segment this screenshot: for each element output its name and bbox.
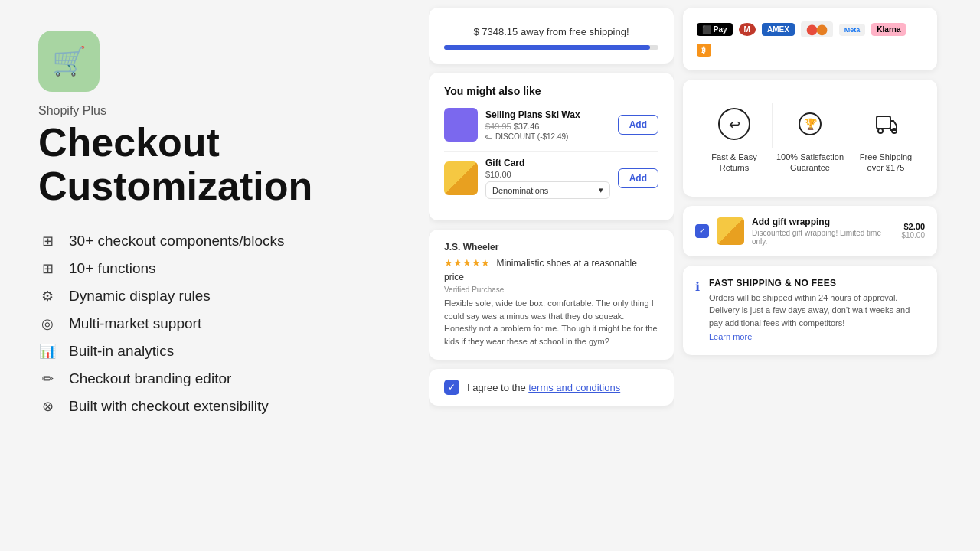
upsell-title: You might also like [444, 85, 658, 97]
review-body: Flexible sole, wide toe box, comfortable… [444, 297, 658, 347]
app-icon: 🛒 [38, 31, 100, 92]
left-panel: 🛒 Shopify Plus Checkout Customization ⊞3… [0, 0, 429, 551]
shipping-progress-card: $ 7348.15 away from free shipping! [429, 8, 674, 64]
review-card: J.S. Wheeler ★★★★★ Minimalistic shoes at… [429, 230, 674, 360]
upsell-item-1: Selling Plans Ski Wax $49.95 $37.46 🏷 DI… [444, 108, 658, 142]
upsell-name-1: Selling Plans Ski Wax [485, 109, 610, 120]
gift-wrap-thumb [717, 217, 744, 245]
pay-icon-btc: ₿ [697, 44, 711, 57]
feature-icon: ⊞ [38, 233, 57, 249]
shipping-info-title: FAST SHIPPING & NO FEES [709, 278, 925, 289]
review-rating-row: ★★★★★ Minimalistic shoes at a reasonable… [444, 256, 658, 283]
upsell-info-2: Gift Card $10.00 Denominations ▾ [485, 158, 610, 199]
feature-item: 📊Built-in analytics [38, 343, 390, 360]
progress-bar-bg [444, 45, 658, 50]
upsell-original-price-1: $49.95 [485, 122, 511, 131]
trust-item-guarantee: 🏆 100% SatisfactionGuarantee [773, 103, 848, 174]
trust-label-shipping: Free Shippingover $175 [860, 152, 913, 174]
review-verified: Verified Purchase [444, 285, 658, 294]
upsell-name-2: Gift Card [485, 158, 610, 168]
feature-item: ⊞30+ checkout components/blocks [38, 233, 390, 249]
feature-text: Built-in analytics [69, 343, 174, 360]
payment-icons: ⬛ Pay M AMEX ⬤⬤ Meta Klarna ₿ [697, 21, 923, 57]
feature-text: Built with checkout extensibility [69, 398, 269, 415]
upsell-divider [444, 151, 658, 152]
feature-icon: ⊗ [38, 398, 57, 415]
trust-label-guarantee: 100% SatisfactionGuarantee [776, 152, 844, 174]
info-icon: ℹ [695, 279, 700, 294]
review-stars: ★★★★★ [444, 257, 490, 269]
upsell-add-btn-2[interactable]: Add [618, 168, 658, 188]
shipping-info-body: Orders will be shipped within 24 hours o… [709, 292, 925, 330]
pay-icon-apple: ⬛ Pay [697, 23, 733, 36]
trust-item-shipping: Free Shippingover $175 [848, 103, 923, 174]
right-panel: ⬛ Pay M AMEX ⬤⬤ Meta Klarna ₿ ↩ Fast & E… [674, 0, 949, 551]
feature-icon: ✏ [38, 370, 57, 387]
terms-card: ✓ I agree to the terms and conditions [429, 369, 674, 406]
shipping-info-content: FAST SHIPPING & NO FEES Orders will be s… [709, 278, 925, 344]
upsell-card: You might also like Selling Plans Ski Wa… [429, 73, 674, 220]
title-line2: Customization [38, 164, 312, 208]
main-title: Checkout Customization [38, 121, 390, 208]
terms-text: I agree to the terms and conditions [467, 382, 620, 393]
upsell-item-2: Gift Card $10.00 Denominations ▾ Add [444, 158, 658, 199]
pay-icon-klarna: Klarna [871, 23, 906, 36]
trust-icon-shipping [864, 103, 907, 145]
terms-checkbox[interactable]: ✓ [444, 380, 459, 395]
feature-text: Multi-market support [69, 315, 201, 332]
svg-text:↩: ↩ [729, 117, 740, 132]
feature-item: ◎Multi-market support [38, 315, 390, 332]
gift-wrap-checkbox[interactable]: ✓ [695, 224, 709, 238]
upsell-price-1: $49.95 $37.46 [485, 122, 610, 131]
reviewer-name: J.S. Wheeler [444, 242, 658, 253]
feature-item: ⊞10+ functions [38, 260, 390, 277]
svg-point-5 [878, 129, 883, 133]
progress-bar-fill [444, 45, 650, 50]
denomination-label: Denominations [492, 186, 548, 195]
feature-icon: ◎ [38, 315, 57, 332]
payment-icons-card: ⬛ Pay M AMEX ⬤⬤ Meta Klarna ₿ [683, 8, 937, 70]
trust-icon-guarantee: 🏆 [789, 103, 831, 145]
pay-icon-m: M [739, 23, 756, 36]
feature-icon: ⊞ [38, 260, 57, 277]
trust-badges-card: ↩ Fast & EasyReturns 🏆 100% Satisfaction… [683, 80, 937, 197]
feature-text: 10+ functions [69, 260, 156, 277]
upsell-thumb-2 [444, 161, 478, 195]
denomination-select[interactable]: Denominations ▾ [485, 181, 610, 199]
feature-item: ⊗Built with checkout extensibility [38, 398, 390, 415]
trust-section: ↩ Fast & EasyReturns 🏆 100% Satisfaction… [697, 93, 923, 183]
upsell-discount-1: 🏷 DISCOUNT (-$12.49) [485, 132, 610, 141]
pay-icon-meta: Meta [839, 24, 866, 36]
upsell-price-2: $10.00 [485, 170, 610, 179]
gift-wrap-new-price: $2.00 [901, 222, 925, 231]
trust-label-returns: Fast & EasyReturns [711, 152, 756, 174]
upsell-add-btn-1[interactable]: Add [618, 115, 658, 135]
terms-link[interactable]: terms and conditions [528, 382, 620, 393]
pay-icon-mc: ⬤⬤ [801, 21, 833, 37]
feature-text: Checkout branding editor [69, 370, 231, 387]
trust-item-returns: ↩ Fast & EasyReturns [697, 103, 772, 174]
middle-panel: $ 7348.15 away from free shipping! You m… [429, 0, 674, 551]
feature-text: 30+ checkout components/blocks [69, 233, 284, 249]
title-line1: Checkout [38, 120, 220, 165]
feature-icon: 📊 [38, 343, 57, 360]
pay-icon-amex: AMEX [762, 23, 795, 36]
shipping-info-link[interactable]: Learn more [709, 332, 752, 341]
svg-text:🏆: 🏆 [804, 118, 818, 131]
gift-wrap-info: Add gift wrapping Discounted gift wrappi… [752, 217, 893, 246]
feature-icon: ⚙ [38, 288, 57, 305]
upsell-sale-price-1: $37.46 [514, 122, 540, 131]
svg-rect-4 [877, 116, 890, 129]
shipping-progress-text: $ 7348.15 away from free shipping! [444, 26, 658, 37]
shopify-plus-label: Shopify Plus [38, 104, 390, 118]
gift-wrap-card: ✓ Add gift wrapping Discounted gift wrap… [683, 206, 937, 256]
feature-item: ✏Checkout branding editor [38, 370, 390, 387]
upsell-thumb-1 [444, 108, 478, 142]
feature-text: Dynamic display rules [69, 288, 211, 305]
feature-item: ⚙Dynamic display rules [38, 288, 390, 305]
shipping-info-card: ℹ FAST SHIPPING & NO FEES Orders will be… [683, 266, 937, 356]
gift-wrap-desc: Discounted gift wrapping! Limited time o… [752, 229, 893, 246]
features-list: ⊞30+ checkout components/blocks⊞10+ func… [38, 233, 390, 415]
gift-wrap-prices: $2.00 $10.00 [901, 222, 925, 240]
gift-wrap-name: Add gift wrapping [752, 217, 893, 227]
